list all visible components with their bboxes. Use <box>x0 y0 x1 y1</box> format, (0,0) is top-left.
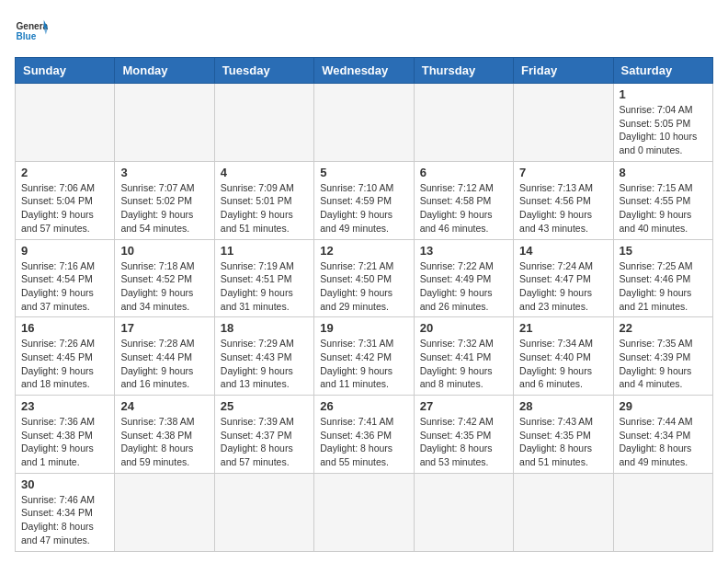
calendar-day-cell <box>314 84 414 162</box>
calendar-day-cell: 15Sunrise: 7:25 AM Sunset: 4:46 PM Dayli… <box>613 239 712 317</box>
calendar-day-cell: 12Sunrise: 7:21 AM Sunset: 4:50 PM Dayli… <box>314 239 414 317</box>
calendar-day-cell: 25Sunrise: 7:39 AM Sunset: 4:37 PM Dayli… <box>214 396 313 474</box>
calendar-day-cell: 16Sunrise: 7:26 AM Sunset: 4:45 PM Dayli… <box>16 317 115 396</box>
calendar-day-cell: 17Sunrise: 7:28 AM Sunset: 4:44 PM Dayli… <box>115 317 214 396</box>
calendar-day-cell: 18Sunrise: 7:29 AM Sunset: 4:43 PM Dayli… <box>214 317 313 396</box>
calendar-week-row: 9Sunrise: 7:16 AM Sunset: 4:54 PM Daylig… <box>16 239 713 317</box>
calendar-day-cell: 21Sunrise: 7:34 AM Sunset: 4:40 PM Dayli… <box>514 317 613 396</box>
day-number: 30 <box>21 477 108 491</box>
day-number: 13 <box>420 244 507 258</box>
day-number: 9 <box>21 244 108 258</box>
general-blue-logo-icon: GeneralBlue <box>15 15 48 48</box>
calendar-day-cell: 3Sunrise: 7:07 AM Sunset: 5:02 PM Daylig… <box>115 161 214 239</box>
day-info: Sunrise: 7:39 AM Sunset: 4:37 PM Dayligh… <box>221 415 308 469</box>
day-info: Sunrise: 7:25 AM Sunset: 4:46 PM Dayligh… <box>620 259 707 314</box>
day-number: 14 <box>519 244 607 258</box>
day-number: 11 <box>221 244 308 258</box>
calendar-day-cell: 22Sunrise: 7:35 AM Sunset: 4:39 PM Dayli… <box>613 317 712 396</box>
calendar-table: SundayMondayTuesdayWednesdayThursdayFrid… <box>15 57 713 552</box>
calendar-week-row: 2Sunrise: 7:06 AM Sunset: 5:04 PM Daylig… <box>16 161 713 239</box>
calendar-day-cell: 27Sunrise: 7:42 AM Sunset: 4:35 PM Dayli… <box>414 396 513 474</box>
day-number: 21 <box>519 321 607 335</box>
calendar-week-row: 23Sunrise: 7:36 AM Sunset: 4:38 PM Dayli… <box>16 396 713 474</box>
day-info: Sunrise: 7:26 AM Sunset: 4:45 PM Dayligh… <box>21 337 108 391</box>
day-info: Sunrise: 7:43 AM Sunset: 4:35 PM Dayligh… <box>519 415 607 469</box>
day-number: 18 <box>221 321 308 335</box>
day-info: Sunrise: 7:10 AM Sunset: 4:59 PM Dayligh… <box>320 181 407 236</box>
calendar-day-cell <box>214 473 313 551</box>
day-info: Sunrise: 7:44 AM Sunset: 4:34 PM Dayligh… <box>620 415 707 469</box>
day-info: Sunrise: 7:34 AM Sunset: 4:40 PM Dayligh… <box>519 337 607 391</box>
calendar-header-row: SundayMondayTuesdayWednesdayThursdayFrid… <box>16 58 713 84</box>
day-info: Sunrise: 7:19 AM Sunset: 4:51 PM Dayligh… <box>221 259 308 314</box>
calendar-day-cell: 13Sunrise: 7:22 AM Sunset: 4:49 PM Dayli… <box>414 239 513 317</box>
day-number: 29 <box>620 399 707 413</box>
day-info: Sunrise: 7:22 AM Sunset: 4:49 PM Dayligh… <box>420 259 507 314</box>
day-number: 8 <box>620 166 707 179</box>
day-number: 6 <box>420 166 507 179</box>
calendar-week-row: 1Sunrise: 7:04 AM Sunset: 5:05 PM Daylig… <box>16 84 713 162</box>
day-info: Sunrise: 7:46 AM Sunset: 4:34 PM Dayligh… <box>21 493 108 547</box>
day-number: 1 <box>620 87 707 101</box>
day-of-week-header: Wednesday <box>314 58 414 84</box>
calendar-day-cell <box>514 84 613 162</box>
calendar-day-cell: 4Sunrise: 7:09 AM Sunset: 5:01 PM Daylig… <box>214 161 313 239</box>
day-of-week-header: Tuesday <box>214 58 313 84</box>
day-info: Sunrise: 7:09 AM Sunset: 5:01 PM Dayligh… <box>221 181 308 236</box>
day-number: 23 <box>21 399 108 413</box>
calendar-day-cell: 2Sunrise: 7:06 AM Sunset: 5:04 PM Daylig… <box>16 161 115 239</box>
calendar-day-cell <box>115 473 214 551</box>
day-info: Sunrise: 7:12 AM Sunset: 4:58 PM Dayligh… <box>420 181 507 236</box>
day-info: Sunrise: 7:16 AM Sunset: 4:54 PM Dayligh… <box>21 259 108 314</box>
day-number: 4 <box>221 166 308 179</box>
logo: GeneralBlue <box>15 15 48 48</box>
day-number: 17 <box>120 321 208 335</box>
day-info: Sunrise: 7:29 AM Sunset: 4:43 PM Dayligh… <box>221 337 308 391</box>
calendar-day-cell <box>214 84 313 162</box>
day-info: Sunrise: 7:35 AM Sunset: 4:39 PM Dayligh… <box>620 337 707 391</box>
day-info: Sunrise: 7:32 AM Sunset: 4:41 PM Dayligh… <box>420 337 507 391</box>
calendar-day-cell <box>414 473 513 551</box>
day-number: 16 <box>21 321 108 335</box>
day-number: 27 <box>420 399 507 413</box>
calendar-day-cell: 24Sunrise: 7:38 AM Sunset: 4:38 PM Dayli… <box>115 396 214 474</box>
day-number: 25 <box>221 399 308 413</box>
svg-text:Blue: Blue <box>16 31 36 41</box>
day-info: Sunrise: 7:18 AM Sunset: 4:52 PM Dayligh… <box>120 259 208 314</box>
calendar-day-cell <box>314 473 414 551</box>
day-info: Sunrise: 7:38 AM Sunset: 4:38 PM Dayligh… <box>120 415 208 469</box>
day-info: Sunrise: 7:13 AM Sunset: 4:56 PM Dayligh… <box>519 181 607 236</box>
calendar-week-row: 16Sunrise: 7:26 AM Sunset: 4:45 PM Dayli… <box>16 317 713 396</box>
calendar-day-cell: 30Sunrise: 7:46 AM Sunset: 4:34 PM Dayli… <box>16 473 115 551</box>
calendar-day-cell <box>16 84 115 162</box>
day-info: Sunrise: 7:36 AM Sunset: 4:38 PM Dayligh… <box>21 415 108 469</box>
day-number: 3 <box>120 166 208 179</box>
day-info: Sunrise: 7:06 AM Sunset: 5:04 PM Dayligh… <box>21 181 108 236</box>
calendar-day-cell: 10Sunrise: 7:18 AM Sunset: 4:52 PM Dayli… <box>115 239 214 317</box>
calendar-day-cell: 1Sunrise: 7:04 AM Sunset: 5:05 PM Daylig… <box>613 84 712 162</box>
day-of-week-header: Monday <box>115 58 214 84</box>
day-info: Sunrise: 7:42 AM Sunset: 4:35 PM Dayligh… <box>420 415 507 469</box>
calendar-day-cell: 20Sunrise: 7:32 AM Sunset: 4:41 PM Dayli… <box>414 317 513 396</box>
day-number: 5 <box>320 166 407 179</box>
day-info: Sunrise: 7:15 AM Sunset: 4:55 PM Dayligh… <box>620 181 707 236</box>
day-number: 10 <box>120 244 208 258</box>
calendar-day-cell: 23Sunrise: 7:36 AM Sunset: 4:38 PM Dayli… <box>16 396 115 474</box>
day-of-week-header: Thursday <box>414 58 513 84</box>
calendar-day-cell: 7Sunrise: 7:13 AM Sunset: 4:56 PM Daylig… <box>514 161 613 239</box>
day-info: Sunrise: 7:07 AM Sunset: 5:02 PM Dayligh… <box>120 181 208 236</box>
calendar-day-cell <box>115 84 214 162</box>
day-number: 19 <box>320 321 407 335</box>
calendar-day-cell: 19Sunrise: 7:31 AM Sunset: 4:42 PM Dayli… <box>314 317 414 396</box>
calendar-day-cell <box>514 473 613 551</box>
day-number: 7 <box>519 166 607 179</box>
day-number: 22 <box>620 321 707 335</box>
day-number: 28 <box>519 399 607 413</box>
svg-marker-3 <box>44 28 48 34</box>
day-number: 2 <box>21 166 108 179</box>
calendar-day-cell: 14Sunrise: 7:24 AM Sunset: 4:47 PM Dayli… <box>514 239 613 317</box>
calendar-day-cell: 26Sunrise: 7:41 AM Sunset: 4:36 PM Dayli… <box>314 396 414 474</box>
day-info: Sunrise: 7:41 AM Sunset: 4:36 PM Dayligh… <box>320 415 407 469</box>
calendar-day-cell: 28Sunrise: 7:43 AM Sunset: 4:35 PM Dayli… <box>514 396 613 474</box>
day-number: 24 <box>120 399 208 413</box>
